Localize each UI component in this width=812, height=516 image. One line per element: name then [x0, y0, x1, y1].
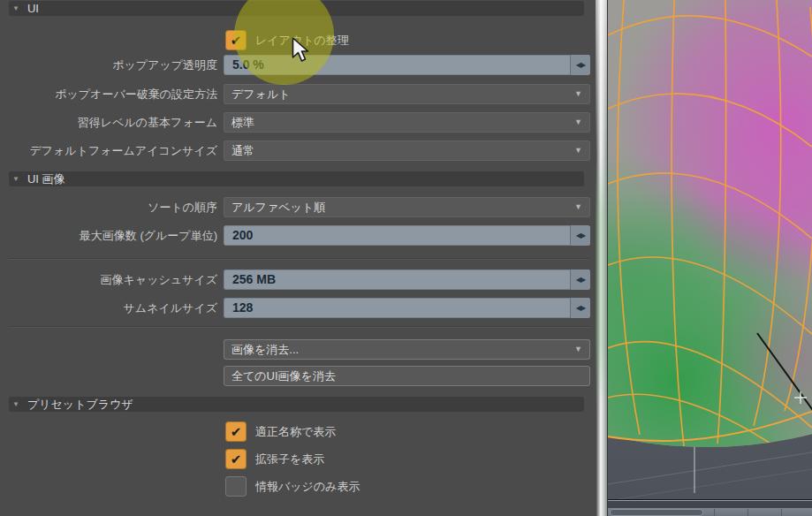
row-organize-layout: ✔ レイアウトの整理 [0, 30, 596, 50]
show-extensions-label: 拡張子を表示 [255, 449, 324, 469]
thumbnail-size-value: 128 [232, 298, 253, 318]
section-header-ui-images[interactable]: ▼ UI 画像 [9, 171, 584, 186]
row-thumbnail-size: サムネイルサイズ 128 ◀▶ [0, 298, 596, 318]
app-window: { "icons": { "section_triangle": "▼", "d… [0, 0, 812, 516]
row-clear-images: 画像を消去... ▼ [0, 339, 596, 360]
popover-discard-value: デフォルト [231, 84, 291, 104]
sort-order-dropdown[interactable]: アルファベット順 ▼ [224, 197, 590, 217]
vertical-splitter[interactable] [596, 0, 608, 516]
max-images-input[interactable]: 200 ◀▶ [224, 225, 590, 246]
sort-order-label: ソートの順序 [0, 197, 217, 217]
max-images-label: 最大画像数 (グループ単位) [0, 225, 217, 246]
skill-level-form-dropdown[interactable]: 標準 ▼ [224, 112, 590, 133]
dropdown-arrow-icon: ▼ [574, 339, 582, 360]
timeline-tick [714, 509, 715, 516]
splitter-highlight [596, 0, 607, 516]
spinner-arrows-icon[interactable]: ◀▶ [570, 225, 590, 246]
collapse-triangle-icon[interactable]: ▼ [12, 1, 19, 16]
clear-all-ui-images-button[interactable]: 全てのUI画像を消去 [224, 366, 590, 386]
skill-level-form-label: 習得レベルの基本フォーム [0, 112, 217, 133]
timeline-tick [747, 509, 748, 516]
row-popup-opacity: ポップアップ透明度 5.0 % ◀▶ [0, 55, 596, 75]
skill-level-form-value: 標準 [231, 112, 254, 133]
clear-images-value: 画像を消去... [231, 339, 299, 360]
popup-opacity-label: ポップアップ透明度 [0, 55, 217, 75]
organize-layout-checkbox[interactable]: ✔ [225, 30, 247, 50]
spinner-arrows-icon[interactable]: ◀▶ [570, 298, 590, 318]
image-cache-input[interactable]: 256 MB ◀▶ [224, 269, 590, 290]
timeline-slider[interactable] [610, 509, 703, 516]
form-icon-size-value: 通常 [231, 140, 254, 161]
form-icon-size-label: デフォルトフォームアイコンサイズ [0, 140, 217, 161]
timeline-tick [781, 509, 782, 516]
row-skill-level-form: 習得レベルの基本フォーム 標準 ▼ [0, 112, 596, 133]
spinner-arrows-icon[interactable]: ◀▶ [570, 269, 590, 290]
popup-opacity-input[interactable]: 5.0 % ◀▶ [224, 55, 590, 75]
row-sort-order: ソートの順序 アルファベット順 ▼ [0, 197, 596, 217]
row-info-badges-only: 情報バッジのみ表示 [0, 476, 596, 497]
collapse-triangle-icon[interactable]: ▼ [12, 171, 19, 186]
thumbnail-size-label: サムネイルサイズ [0, 298, 217, 318]
show-info-badges-only-checkbox[interactable] [225, 476, 247, 497]
show-proper-names-label: 適正名称で表示 [255, 421, 336, 442]
section-title: プリセットブラウザ [27, 397, 133, 412]
row-form-icon-size: デフォルトフォームアイコンサイズ 通常 ▼ [0, 140, 596, 161]
popover-discard-label: ポップオーバー破棄の設定方法 [0, 84, 217, 104]
dropdown-arrow-icon: ▼ [574, 112, 582, 133]
sphere-wireframe-render [608, 0, 812, 499]
timeline-bar [608, 499, 812, 516]
section-header-ui[interactable]: ▼ UI [9, 1, 584, 16]
viewport-3d[interactable] [608, 0, 812, 516]
viewport-canvas[interactable] [608, 0, 812, 499]
row-popover-discard: ポップオーバー破棄の設定方法 デフォルト ▼ [0, 84, 596, 104]
row-show-extensions: ✔ 拡張子を表示 [0, 449, 596, 469]
thumbnail-size-input[interactable]: 128 ◀▶ [224, 298, 590, 318]
row-show-proper-names: ✔ 適正名称で表示 [0, 421, 596, 442]
section-title: UI 画像 [27, 171, 65, 186]
row-image-cache: 画像キャッシュサイズ 256 MB ◀▶ [0, 269, 596, 290]
spinner-arrows-icon[interactable]: ◀▶ [570, 55, 590, 75]
show-proper-names-checkbox[interactable]: ✔ [225, 421, 247, 442]
organize-layout-label: レイアウトの整理 [255, 30, 349, 50]
preferences-panel: ▼ UI ✔ レイアウトの整理 ポップアップ透明度 5.0 % ◀▶ ポップオー… [0, 0, 596, 516]
sort-order-value: アルファベット順 [231, 197, 325, 217]
separator [9, 326, 590, 328]
form-icon-size-dropdown[interactable]: 通常 ▼ [224, 140, 590, 161]
row-clear-all: 全てのUI画像を消去 [0, 366, 596, 386]
show-extensions-checkbox[interactable]: ✔ [225, 449, 247, 469]
section-header-preset-browser[interactable]: ▼ プリセットブラウザ [9, 397, 584, 412]
max-images-value: 200 [232, 225, 253, 246]
clear-images-dropdown[interactable]: 画像を消去... ▼ [224, 339, 590, 360]
dropdown-arrow-icon: ▼ [574, 84, 582, 104]
image-cache-value: 256 MB [232, 269, 276, 290]
show-info-badges-only-label: 情報バッジのみ表示 [255, 476, 360, 497]
dropdown-arrow-icon: ▼ [574, 140, 582, 161]
row-max-images: 最大画像数 (グループ単位) 200 ◀▶ [0, 225, 596, 246]
image-cache-label: 画像キャッシュサイズ [0, 269, 217, 290]
section-title: UI [27, 1, 39, 16]
collapse-triangle-icon[interactable]: ▼ [12, 397, 19, 412]
dropdown-arrow-icon: ▼ [574, 197, 582, 217]
popup-opacity-value: 5.0 % [232, 55, 264, 75]
popover-discard-dropdown[interactable]: デフォルト ▼ [224, 84, 590, 104]
separator [9, 258, 590, 260]
